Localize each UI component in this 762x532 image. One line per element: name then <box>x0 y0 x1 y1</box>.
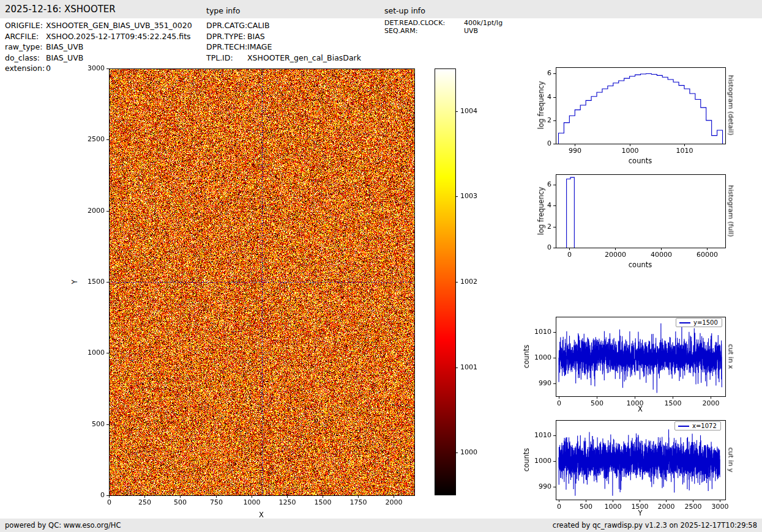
footer-credit-qc: powered by QC: www.eso.org/HC <box>5 521 121 530</box>
metadata-value: XSHOO.2025-12-17T09:45:22.245.fits <box>46 31 191 42</box>
metadata-key: DPR.TYPE: <box>206 31 247 42</box>
metadata-row: ORIGFILE:XSHOOTER_GEN_BIAS_UVB_351_0020 <box>5 20 192 31</box>
metadata-key: DPR.TECH: <box>206 42 247 53</box>
hist-detail-right-label: histogram (detail) <box>727 75 735 136</box>
metadata-row: DPR.CATG:CALIB <box>206 20 361 31</box>
type-info-block: DPR.CATG:CALIBDPR.TYPE:BIASDPR.TECH:IMAG… <box>206 20 361 63</box>
metadata-value: CALIB <box>247 20 270 31</box>
metadata-key: DPR.CATG: <box>206 20 247 31</box>
type-info-header: type info <box>206 6 240 15</box>
header-bar: 2025-12-16: XSHOOTER type info set-up in… <box>0 0 762 18</box>
main-x-axis-label: X <box>259 511 264 519</box>
hist-full-y-axis-label: log frequency <box>537 187 545 235</box>
setup-info-header: set-up info <box>384 6 425 15</box>
metadata-key: do_class: <box>5 53 46 64</box>
cut-y-legend: x=1072 <box>674 421 721 430</box>
bias-image-plot <box>80 61 424 514</box>
metadata-value: BIAS_UVB <box>46 42 83 53</box>
cut-x-legend: y=1500 <box>676 318 722 327</box>
metadata-value: UVB <box>464 28 478 35</box>
metadata-key: extension: <box>5 63 46 74</box>
main-y-axis-label: Y <box>70 279 79 284</box>
metadata-row: DPR.TECH:IMAGE <box>206 42 361 53</box>
metadata-value: IMAGE <box>247 42 272 53</box>
cut-x-y-axis-label: counts <box>522 345 531 368</box>
cut-x-legend-label: y=1500 <box>693 319 718 326</box>
metadata-row: ARCFILE:XSHOO.2025-12-17T09:45:22.245.fi… <box>5 31 192 42</box>
legend-line-sample <box>678 426 689 427</box>
cut-x-right-label: cut in x <box>727 344 735 369</box>
cut-x-x-axis-label: X <box>638 405 643 413</box>
footer-created-by: created by qc_rawdisp.py v1.2.3 on 2025-… <box>553 521 757 530</box>
metadata-key: DET.READ.CLOCK: <box>384 20 464 28</box>
colorbar <box>435 65 490 500</box>
hist-full-right-label: histogram (full) <box>727 185 735 237</box>
cut-y-right-label: cut in y <box>727 448 735 473</box>
metadata-row: DET.READ.CLOCK:400k/1pt/lg <box>384 20 502 28</box>
metadata-value: 400k/1pt/lg <box>464 20 502 28</box>
metadata-key: ARCFILE: <box>5 31 46 42</box>
hist-detail-x-axis-label: counts <box>629 157 652 165</box>
metadata-value: XSHOOTER_GEN_BIAS_UVB_351_0020 <box>46 20 192 31</box>
metadata-value: BIAS_UVB <box>46 53 83 64</box>
metadata-row: raw_type:BIAS_UVB <box>5 42 192 53</box>
legend-line-sample <box>679 322 690 323</box>
cut-y-y-axis-label: counts <box>522 448 531 471</box>
metadata-value: BIAS <box>247 31 265 42</box>
hist-full-x-axis-label: counts <box>629 260 652 269</box>
cut-y-legend-label: x=1072 <box>692 423 717 429</box>
metadata-key: ORIGFILE: <box>5 20 46 31</box>
cut-y-x-axis-label: Y <box>638 509 642 517</box>
histogram-full-plot <box>525 168 731 269</box>
metadata-row: SEQ.ARM:UVB <box>384 28 502 35</box>
metadata-value: 0 <box>46 63 51 74</box>
metadata-row: DPR.TYPE:BIAS <box>206 31 361 42</box>
metadata-key: raw_type: <box>5 42 46 53</box>
hist-detail-y-axis-label: log frequency <box>537 81 545 130</box>
histogram-detail-plot <box>525 61 731 165</box>
footer-bar: powered by QC: www.eso.org/HC created by… <box>0 519 762 532</box>
page-title: 2025-12-16: XSHOOTER <box>5 4 116 15</box>
metadata-key: SEQ.ARM: <box>384 28 464 35</box>
setup-info-block: DET.READ.CLOCK:400k/1pt/lgSEQ.ARM:UVB <box>384 20 502 35</box>
